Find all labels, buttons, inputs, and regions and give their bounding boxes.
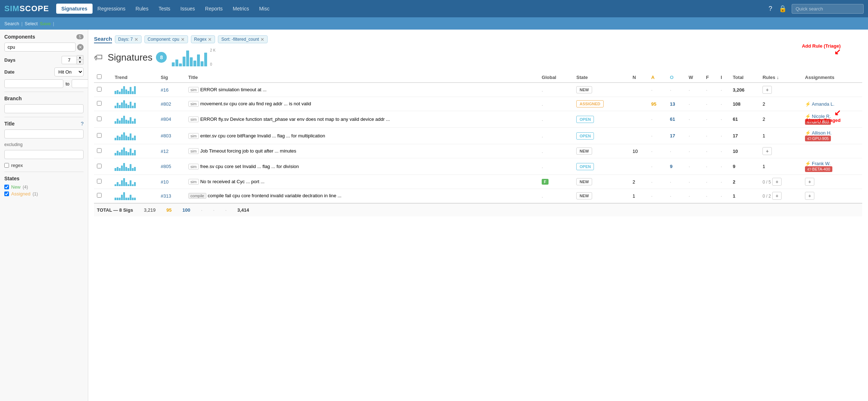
nav-tests[interactable]: Tests xyxy=(153,4,175,14)
rules-plus-btn[interactable]: + xyxy=(772,178,782,186)
row-checkbox[interactable] xyxy=(97,101,102,106)
row-checkbox[interactable] xyxy=(97,179,102,184)
filter-component-remove[interactable]: ✕ xyxy=(181,37,185,42)
sig-title-text[interactable]: free.sv cpu core set Invalid ... flag ..… xyxy=(200,164,299,169)
state-badge[interactable]: NEW xyxy=(576,86,592,93)
rules-plus-btn[interactable]: + xyxy=(762,147,772,155)
rule-tag[interactable]: 🏷BETA-400 xyxy=(805,166,832,172)
title-input[interactable] xyxy=(4,129,84,138)
quick-search-input[interactable] xyxy=(792,4,864,14)
row-checkbox[interactable] xyxy=(97,87,102,92)
nav-rules[interactable]: Rules xyxy=(130,4,153,14)
assignment-link[interactable]: ⚡Frank W. xyxy=(805,161,859,166)
days-input[interactable] xyxy=(62,56,77,64)
state-badge[interactable]: NEW xyxy=(576,178,592,185)
nav-reports[interactable]: Reports xyxy=(200,4,228,14)
state-badge[interactable]: OPEN xyxy=(576,132,594,140)
state-assigned-checkbox[interactable] xyxy=(4,191,9,196)
assignment-link[interactable]: ⚡Amanda L. xyxy=(805,101,859,107)
col-rules[interactable]: Rules ↓ xyxy=(760,72,802,83)
divider-2 xyxy=(4,117,84,117)
filter-regex-remove[interactable]: ✕ xyxy=(208,37,212,42)
assignment-plus-btn[interactable]: + xyxy=(805,178,814,186)
nav-misc[interactable]: Misc xyxy=(254,4,274,14)
components-clear-btn[interactable]: ✕ xyxy=(77,44,84,50)
sig-title-text[interactable]: movement.sv cpu core alu find reg addr .… xyxy=(200,101,311,106)
col-f[interactable]: F xyxy=(703,72,718,83)
title-help-icon[interactable]: ? xyxy=(81,121,84,127)
excluding-input[interactable] xyxy=(4,150,84,159)
lock-icon[interactable]: 🔒 xyxy=(777,3,788,14)
nav-metrics[interactable]: Metrics xyxy=(228,4,254,14)
assignment-plus-btn[interactable]: + xyxy=(805,192,814,200)
components-input[interactable] xyxy=(4,43,76,52)
col-n[interactable]: N xyxy=(630,72,648,83)
row-checkbox[interactable] xyxy=(97,116,102,121)
trend-bar-segment xyxy=(119,105,121,108)
col-w[interactable]: W xyxy=(686,72,703,83)
assignment-link[interactable]: ⚡Allison H. xyxy=(805,130,859,136)
nav-regressions[interactable]: Regressions xyxy=(93,4,131,14)
col-o[interactable]: O xyxy=(667,72,686,83)
sig-title-text[interactable]: ERROR fly.sv Device function start_phase… xyxy=(200,116,390,122)
regex-label[interactable]: regex xyxy=(11,163,23,168)
row-checkbox[interactable] xyxy=(97,148,102,153)
table-row[interactable]: #805simfree.sv cpu core set Invalid ... … xyxy=(94,158,862,175)
rule-tag[interactable]: 🏷GPU-883 xyxy=(805,119,831,125)
filter-days-remove[interactable]: ✕ xyxy=(134,37,138,42)
days-down-btn[interactable]: ▼ xyxy=(77,60,83,64)
state-badge[interactable]: OPEN xyxy=(576,116,594,123)
state-assigned-label[interactable]: Assigned (1) xyxy=(11,191,38,197)
date-from-input[interactable] xyxy=(4,79,63,88)
search-tab[interactable]: Search xyxy=(94,36,112,43)
global-dot: . xyxy=(542,87,543,93)
state-badge[interactable]: NEW xyxy=(576,192,592,199)
filter-sort-remove[interactable]: ✕ xyxy=(260,37,264,42)
row-checkbox[interactable] xyxy=(97,133,102,138)
state-new-label[interactable]: New (4) xyxy=(11,184,28,190)
subnav-save[interactable]: Save xyxy=(40,21,51,26)
sig-title-text[interactable]: enter.sv cpu core bitRange Invalid ... f… xyxy=(200,133,325,138)
sig-title-text[interactable]: compile fail cpu core frontend invalid v… xyxy=(208,193,341,198)
rule-tag[interactable]: 🏷GPU-905 xyxy=(805,136,831,141)
table-row[interactable]: #804simERROR fly.sv Device function star… xyxy=(94,111,862,128)
col-title[interactable]: Title xyxy=(185,72,539,83)
col-trend[interactable]: Trend xyxy=(112,72,158,83)
sig-title-text[interactable]: No tx received at Cyc ... port ... xyxy=(200,179,264,184)
col-total[interactable]: Total xyxy=(730,72,760,83)
rules-plus-btn[interactable]: + xyxy=(772,192,782,200)
table-row[interactable]: #12simJob Timeout forcing job to quit af… xyxy=(94,144,862,158)
table-row[interactable]: #16simERROR simulation timeout at ....NE… xyxy=(94,83,862,97)
nav-signatures[interactable]: Signatures xyxy=(56,4,92,14)
regex-checkbox[interactable] xyxy=(4,163,9,168)
col-a[interactable]: A xyxy=(648,72,667,83)
nav-issues[interactable]: Issues xyxy=(175,4,200,14)
row-checkbox[interactable] xyxy=(97,164,102,168)
subnav-select[interactable]: Select xyxy=(25,21,38,26)
state-badge[interactable]: NEW xyxy=(576,147,592,155)
sig-title-text[interactable]: ERROR simulation timeout at ... xyxy=(200,87,267,92)
col-state[interactable]: State xyxy=(573,72,630,83)
subnav-search[interactable]: Search xyxy=(4,21,19,26)
date-select[interactable]: Hit On Created xyxy=(54,67,84,76)
table-row[interactable]: #313compilecompile fail cpu core fronten… xyxy=(94,189,862,203)
col-assignments[interactable]: Assignments xyxy=(802,72,862,83)
sig-title-text[interactable]: Job Timeout forcing job to quit after ..… xyxy=(200,148,296,154)
state-new-checkbox[interactable] xyxy=(4,185,9,189)
state-badge[interactable]: ASSIGNED xyxy=(576,100,603,107)
select-all-checkbox[interactable] xyxy=(97,74,102,79)
help-icon[interactable]: ? xyxy=(767,4,774,14)
table-row[interactable]: #802simmovement.sv cpu core alu find reg… xyxy=(94,97,862,111)
state-badge[interactable]: OPEN xyxy=(576,163,594,170)
rules-plus-btn[interactable]: + xyxy=(762,86,772,94)
table-row[interactable]: #803simenter.sv cpu core bitRange Invali… xyxy=(94,128,862,144)
col-global[interactable]: Global xyxy=(539,72,573,83)
date-to-input[interactable] xyxy=(72,79,88,88)
days-up-btn[interactable]: ▲ xyxy=(77,56,83,60)
assignment-link[interactable]: ⚡Nicole R. xyxy=(805,114,859,119)
row-checkbox[interactable] xyxy=(97,193,102,198)
col-sig[interactable]: Sig xyxy=(158,72,185,83)
table-row[interactable]: #10simNo tx received at Cyc ... port ...… xyxy=(94,175,862,189)
col-i[interactable]: I xyxy=(718,72,730,83)
branch-input[interactable] xyxy=(4,104,84,113)
